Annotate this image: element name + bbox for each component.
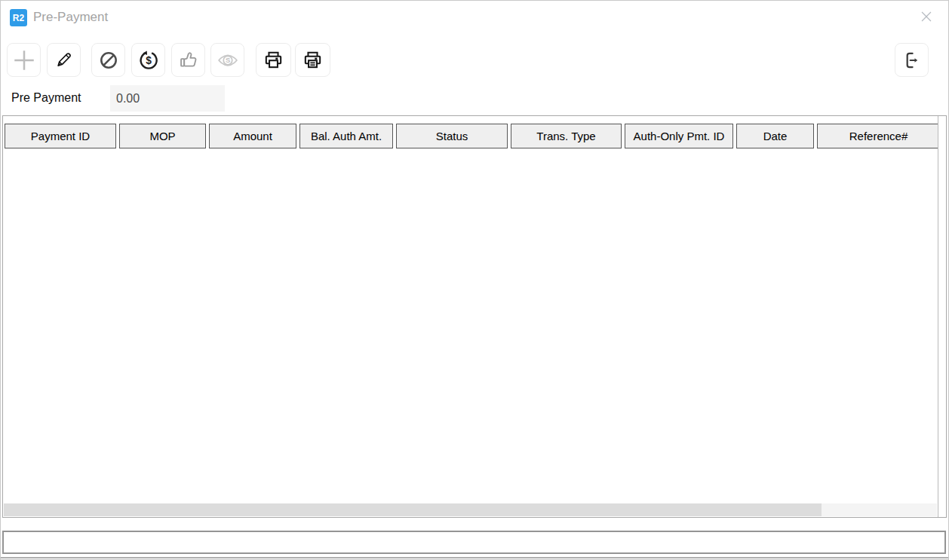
vertical-scrollbar[interactable] bbox=[938, 116, 946, 517]
column-header-status[interactable]: Status bbox=[396, 124, 508, 148]
column-header-payment-id[interactable]: Payment ID bbox=[5, 124, 116, 148]
payments-grid: Payment ID MOP Amount Bal. Auth Amt. Sta… bbox=[2, 115, 947, 518]
grid-header-row: Payment ID MOP Amount Bal. Auth Amt. Sta… bbox=[5, 124, 940, 148]
column-header-trans-type[interactable]: Trans. Type bbox=[511, 124, 622, 148]
add-payment-button[interactable] bbox=[7, 43, 41, 77]
grid-rows-empty-region bbox=[4, 151, 937, 502]
edit-payment-button[interactable] bbox=[47, 43, 81, 77]
view-currency-eye-icon: S bbox=[217, 49, 239, 72]
print-detail-button[interactable] bbox=[295, 43, 330, 77]
void-icon bbox=[98, 50, 119, 71]
dollar-glyph: $ bbox=[146, 54, 152, 66]
edit-pencil-icon bbox=[54, 50, 74, 70]
app-logo: R2 bbox=[10, 9, 27, 26]
horizontal-scrollbar-thumb[interactable] bbox=[4, 503, 822, 516]
print-icon bbox=[263, 49, 284, 71]
currency-refresh-icon: $ bbox=[137, 49, 160, 72]
print-detail-icon bbox=[302, 49, 324, 71]
exit-button[interactable] bbox=[895, 43, 929, 77]
title-bar: R2 Pre-Payment bbox=[1, 1, 948, 34]
pre-payment-label: Pre Payment bbox=[11, 91, 81, 105]
print-button[interactable] bbox=[256, 43, 291, 77]
pre-payment-dialog: R2 Pre-Payment bbox=[0, 0, 949, 560]
status-message-box bbox=[2, 531, 946, 554]
column-header-mop[interactable]: MOP bbox=[119, 124, 206, 148]
toolbar: $ S bbox=[1, 43, 948, 78]
column-header-date[interactable]: Date bbox=[736, 124, 814, 148]
exit-icon bbox=[901, 50, 923, 71]
close-icon bbox=[918, 8, 935, 27]
window-title: Pre-Payment bbox=[33, 10, 108, 25]
horizontal-scrollbar[interactable] bbox=[4, 503, 937, 516]
approve-thumbs-up-icon bbox=[177, 49, 199, 71]
column-header-bal-auth-amt[interactable]: Bal. Auth Amt. bbox=[299, 124, 393, 148]
eye-currency-glyph: S bbox=[225, 57, 229, 64]
column-header-reference[interactable]: Reference# bbox=[817, 124, 940, 148]
column-header-amount[interactable]: Amount bbox=[209, 124, 296, 148]
void-payment-button[interactable] bbox=[91, 43, 125, 77]
app-logo-text: R2 bbox=[13, 13, 24, 23]
approve-payment-button[interactable] bbox=[171, 43, 205, 77]
refund-payment-button[interactable]: $ bbox=[131, 43, 165, 77]
window-bottom-border bbox=[1, 557, 948, 558]
column-header-auth-only-pmt-id[interactable]: Auth-Only Pmt. ID bbox=[625, 124, 733, 148]
view-payment-button[interactable]: S bbox=[210, 43, 244, 77]
add-icon bbox=[11, 47, 37, 73]
pre-payment-amount-field[interactable]: 0.00 bbox=[110, 85, 225, 112]
close-button[interactable] bbox=[917, 8, 936, 27]
